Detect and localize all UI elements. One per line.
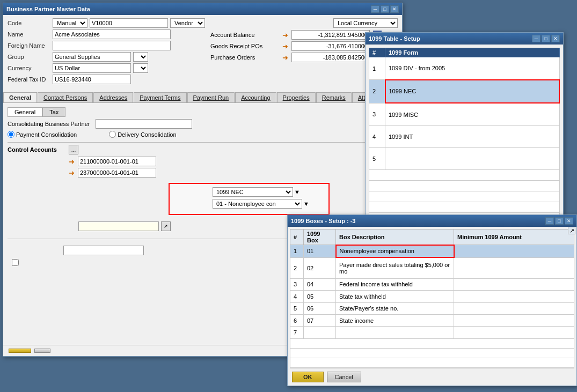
form-1099-row: 1099 NEC 1099 DIV - from 2005 1099 MISC … [173,187,325,197]
boxes-setup-titlebar[interactable]: 1099 Boxes - Setup : -3 ─ □ ✕ [288,215,576,227]
payment-consolidation-radio[interactable] [8,131,14,138]
table-setup-maximize[interactable]: □ [542,35,550,42]
boxes-cancel-button[interactable]: Cancel [327,372,361,382]
goods-receipt-input[interactable] [291,41,370,51]
purchase-orders-input[interactable] [291,53,370,62]
table-row[interactable]: 3 04 Federal income tax withheld [290,278,574,290]
row-min [454,278,574,290]
tab-remarks[interactable]: Remarks [316,92,352,102]
boxes-ok-button[interactable]: OK [292,372,324,382]
row-num: 2 [290,257,304,278]
boxes-setup-title: 1099 Boxes - Setup : -3 [291,218,355,224]
tab-addresses[interactable]: Addresses [93,92,133,102]
row-min [454,245,574,258]
boxes-setup-maximize[interactable]: □ [555,217,564,225]
code-value-input[interactable]: V10000 [90,18,168,28]
table-row [290,349,574,358]
table-setup-col-num: # [369,48,385,57]
group-input[interactable] [53,52,131,62]
table-row[interactable]: 5 06 State/Payer's state no. [290,302,574,314]
boxes-setup-minimize[interactable]: ─ [545,217,554,225]
table-row [369,170,560,181]
minimize-button[interactable]: ─ [371,5,379,13]
currency-select[interactable] [133,63,148,73]
code-type-vendor-select[interactable]: Vendor [170,18,205,28]
foreign-name-input[interactable] [53,41,171,50]
table-row[interactable]: 7 [290,327,574,339]
code-label: Code [8,20,50,26]
main-window-titlebar[interactable]: Business Partner Master Data ─ □ ✕ [3,3,402,15]
table-setup-close[interactable]: ✕ [551,35,560,42]
row-form: 1099 NEC [385,80,560,103]
tab-general[interactable]: General [3,92,37,102]
consolidating-input[interactable] [96,119,192,129]
table-setup-window: 1099 Table - Setup ─ □ ✕ # 1099 Form 1 1… [365,32,564,236]
close-button[interactable]: ✕ [390,5,399,13]
accounts-payable-code[interactable] [78,157,156,166]
affiliate-checkbox[interactable] [12,259,19,266]
table-setup-minimize[interactable]: ─ [532,35,541,42]
maximize-button[interactable]: □ [381,5,389,13]
main-cancel-button[interactable] [34,349,50,353]
row-min [454,257,574,278]
boxes-setup-table: # 1099 Box Box Description Minimum 1099 … [290,229,574,368]
table-row[interactable]: 1 01 Nonemployee compensation [290,245,574,258]
table-row[interactable]: 4 1099 INT [369,125,560,147]
account-balance-input[interactable] [291,30,370,40]
foreign-name-row: Foreign Name [8,41,205,50]
group-label: Group [8,54,50,60]
table-row[interactable]: 4 05 State tax withheld [290,291,574,302]
sub-tab-general[interactable]: General [8,107,42,117]
tabs-bar: General Contact Persons Addresses Paymen… [3,92,402,103]
local-currency-select[interactable]: Local Currency [333,18,398,28]
sub-tab-tax[interactable]: Tax [42,107,65,117]
federal-tax-input[interactable] [53,75,131,84]
accounts-payable-row: ➜ [8,157,398,166]
tab-payment-run[interactable]: Payment Run [187,92,235,102]
boxes-col-min: Minimum 1099 Amount [454,230,574,245]
table-row [369,202,560,213]
group-select[interactable] [133,52,148,62]
connected-customer-btn[interactable]: ↗ [161,221,171,231]
payment-advances-code[interactable] [78,168,156,177]
table-row[interactable]: 6 07 State income [290,315,574,327]
currency-input[interactable] [53,63,131,73]
local-currency-row: Local Currency [210,18,398,28]
table-setup-titlebar[interactable]: 1099 Table - Setup ─ □ ✕ [366,33,563,45]
tab-accounting[interactable]: Accounting [235,92,276,102]
table-setup-title: 1099 Table - Setup [369,35,420,42]
code-type-select[interactable]: Manual [53,18,87,28]
tab-properties[interactable]: Properties [277,92,316,102]
name-input[interactable]: Acme Associates [53,29,171,39]
form-1099-dropdown-arrow: ▼ [294,189,300,195]
box-1099-select[interactable]: 01 - Nonemployee con 02 - Payer made dir… [213,199,302,209]
federal-tax-row: Federal Tax ID [8,75,205,84]
row-desc: State/Payer's state no. [336,302,454,314]
connected-customer-input[interactable] [78,221,159,231]
row-num: 7 [290,327,304,339]
boxes-setup-window: 1099 Boxes - Setup : -3 ─ □ ✕ ↗ # 1099 B… [287,215,577,386]
row-box [304,327,336,339]
table-row[interactable]: 1 1099 DIV - from 2005 [369,57,560,80]
table-row[interactable]: 3 1099 MISC [369,103,560,125]
row-form: 1099 DIV - from 2005 [385,57,560,80]
tab-contact-persons[interactable]: Contact Persons [38,92,93,102]
consolidating-row: Consolidating Business Partner [8,119,398,129]
payment-advances-arrow: ➜ [69,169,75,177]
payment-consolidation-label[interactable]: Payment Consolidation [8,131,77,138]
table-row[interactable]: 2 02 Payer made direct sales totaling $5… [290,257,574,278]
table-row[interactable]: 5 [369,147,560,169]
tab-payment-terms[interactable]: Payment Terms [134,92,186,102]
row-num: 1 [290,245,304,258]
sub-tabs: General Tax [8,107,398,117]
expand-icon[interactable]: ↗ [568,227,575,234]
main-ok-button[interactable] [9,349,31,353]
delivery-consolidation-label[interactable]: Delivery Consolidation [109,131,176,138]
control-accounts-btn[interactable]: ... [69,145,78,154]
delivery-consolidation-radio[interactable] [109,131,116,138]
form-1099-select[interactable]: 1099 NEC 1099 DIV - from 2005 1099 MISC … [213,187,293,197]
name-row: Name Acme Associates [8,29,205,39]
table-row[interactable]: 2 1099 NEC [369,80,560,103]
planning-group-input[interactable] [63,246,144,255]
boxes-setup-close[interactable]: ✕ [565,217,573,225]
